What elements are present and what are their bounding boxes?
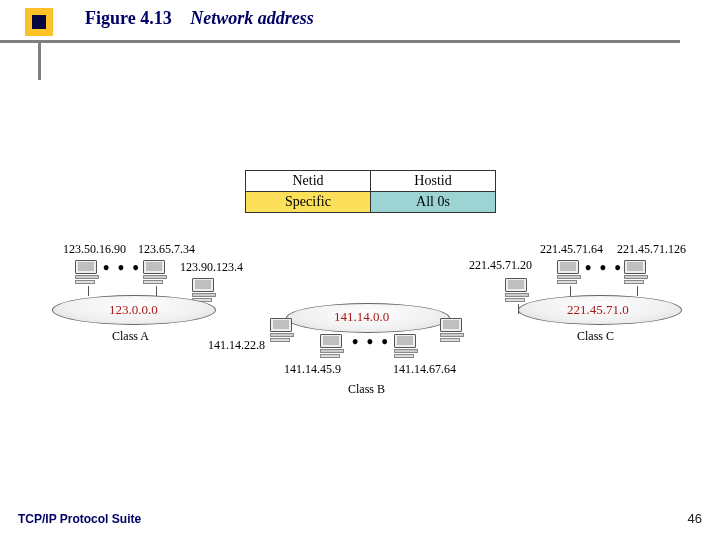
- ellipsis-icon: • • •: [103, 258, 141, 279]
- header-rule-horizontal: [0, 40, 680, 43]
- computer-icon: [394, 334, 420, 360]
- cell-all-zeros: All 0s: [371, 192, 496, 213]
- figure-caption: Network address: [190, 8, 314, 28]
- host-ip-label: 123.90.123.4: [180, 260, 243, 275]
- computer-icon: [320, 334, 346, 360]
- network-address-label: 123.0.0.0: [109, 302, 158, 318]
- host-ip-label: 221.45.71.126: [617, 242, 686, 257]
- computer-icon: [75, 260, 101, 286]
- header-rule-vertical: [38, 40, 41, 80]
- ellipsis-icon: • • •: [352, 332, 390, 353]
- host-ip-label: 141.14.22.8: [208, 338, 265, 353]
- computer-icon: [143, 260, 169, 286]
- footer-title: TCP/IP Protocol Suite: [18, 512, 141, 526]
- host-ip-label: 141.14.45.9: [284, 362, 341, 377]
- host-ip-label: 123.50.16.90: [63, 242, 126, 257]
- figure-number: Figure 4.13: [85, 8, 172, 28]
- computer-icon: [624, 260, 650, 286]
- host-ip-label: 141.14.67.64: [393, 362, 456, 377]
- computer-icon: [270, 318, 296, 344]
- cell-netid-header: Netid: [246, 171, 371, 192]
- cell-specific: Specific: [246, 192, 371, 213]
- computer-icon: [505, 278, 531, 304]
- host-ip-label: 123.65.7.34: [138, 242, 195, 257]
- page-number: 46: [688, 511, 702, 526]
- slide-bullet-icon: [25, 8, 53, 36]
- figure-title: Figure 4.13 Network address: [85, 8, 314, 29]
- table-row: Netid Hostid: [246, 171, 496, 192]
- netid-hostid-table: Netid Hostid Specific All 0s: [245, 170, 496, 213]
- ellipsis-icon: • • •: [585, 258, 623, 279]
- class-label: Class C: [577, 329, 614, 344]
- host-ip-label: 221.45.71.64: [540, 242, 603, 257]
- class-label: Class B: [348, 382, 385, 397]
- cell-hostid-header: Hostid: [371, 171, 496, 192]
- network-address-label: 221.45.71.0: [567, 302, 629, 318]
- table-row: Specific All 0s: [246, 192, 496, 213]
- computer-icon: [557, 260, 583, 286]
- class-label: Class A: [112, 329, 149, 344]
- host-ip-label: 221.45.71.20: [469, 258, 532, 273]
- network-address-label: 141.14.0.0: [334, 309, 389, 325]
- computer-icon: [440, 318, 466, 344]
